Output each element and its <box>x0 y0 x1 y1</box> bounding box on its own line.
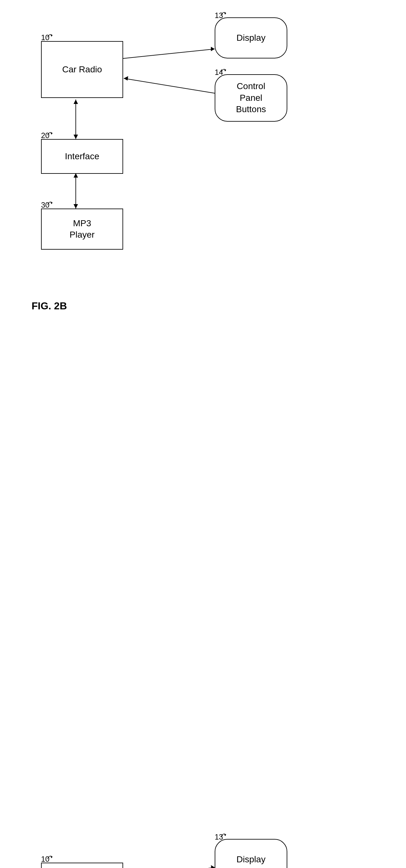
fig2b-display-box: Display <box>215 18 287 58</box>
fig2b-arrow-10 <box>47 32 53 38</box>
fig2c-arrow-10 <box>47 854 53 860</box>
fig2b-control-label: Control Panel Buttons <box>236 81 266 115</box>
fig2b-mp3-label: MP3 Player <box>69 218 94 241</box>
fig2b-diagram: Car Radio 10 Interface 20 MP3 Player 30 <box>0 0 406 411</box>
svg-line-2 <box>124 79 215 93</box>
svg-marker-3 <box>124 76 128 81</box>
fig2c-arrow-13 <box>221 832 227 838</box>
fig2b-car-radio-box: Car Radio <box>41 41 123 98</box>
fig2c-arrows <box>0 822 406 868</box>
fig2b-arrow-30 <box>47 200 53 206</box>
fig2c-display-box: Display <box>215 839 287 868</box>
fig2b-control-box: Control Panel Buttons <box>215 74 287 122</box>
svg-line-0 <box>123 49 215 58</box>
svg-marker-9 <box>74 173 78 178</box>
fig2c-diagram: Car Radio 10 Interface 20 Satellite Radi… <box>0 411 406 868</box>
fig2c-display-label: Display <box>236 854 266 865</box>
fig2b-caption: FIG. 2B <box>32 300 67 312</box>
fig2b-interface-box: Interface <box>41 139 123 174</box>
fig2c-car-radio-box: Car Radio <box>41 863 123 868</box>
svg-marker-1 <box>211 47 215 51</box>
fig2b-mp3-box: MP3 Player <box>41 209 123 250</box>
svg-marker-8 <box>74 204 78 209</box>
svg-marker-5 <box>74 134 78 139</box>
fig2b-arrow-14 <box>221 67 227 73</box>
svg-marker-16 <box>211 865 215 868</box>
fig2b-arrow-13 <box>221 10 227 17</box>
svg-marker-6 <box>74 99 78 104</box>
fig2b-car-radio-label: Car Radio <box>62 64 102 75</box>
fig2b-interface-label: Interface <box>65 151 99 162</box>
fig2b-arrow-20 <box>47 130 53 136</box>
fig2b-display-label: Display <box>236 32 266 43</box>
